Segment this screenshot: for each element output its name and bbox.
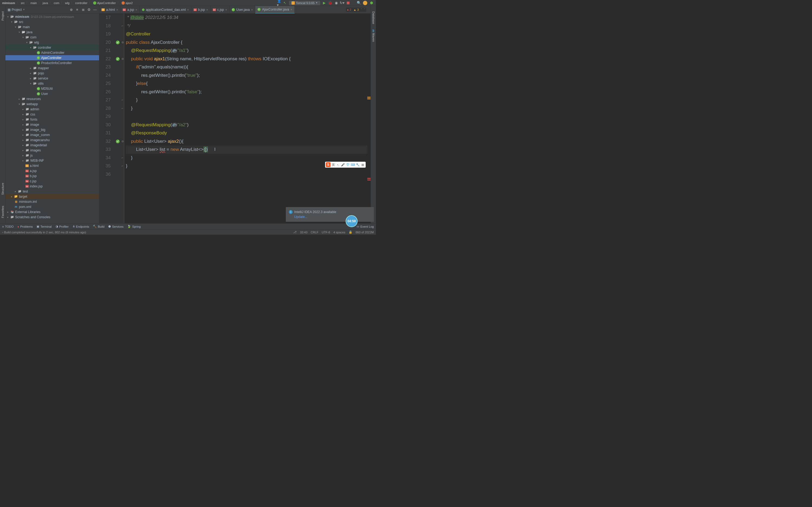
url-icon[interactable]: 🔗▾ — [172, 123, 177, 127]
tree-src[interactable]: ▾src — [5, 19, 99, 24]
tree-imagebig[interactable]: ▸image_big — [5, 127, 99, 132]
spring-tool[interactable]: 🍃 Spring — [127, 225, 141, 228]
services-tool[interactable]: ⬣ Services — [108, 225, 123, 228]
url-icon[interactable]: 🔗▾ — [172, 49, 177, 53]
update-link[interactable]: Update... — [294, 215, 371, 219]
close-icon[interactable]: × — [116, 8, 118, 11]
structure-tool-button[interactable]: Structure — [1, 183, 4, 195]
close-icon[interactable]: × — [225, 8, 227, 11]
crumb-java[interactable]: java — [41, 1, 49, 5]
tree-iml[interactable]: ▦mimissm.iml — [5, 199, 99, 204]
tree-ajaxctrl[interactable]: AjaxController — [5, 55, 99, 60]
crumb-project[interactable]: mimissm — [1, 1, 16, 5]
close-icon[interactable]: × — [187, 8, 189, 11]
prev-highlight-icon[interactable]: ˆ — [361, 8, 362, 11]
tree-com[interactable]: ▾com — [5, 35, 99, 40]
tab-appcontext[interactable]: ⬢applicationContext_dao.xml× — [140, 6, 191, 13]
tree-pojo[interactable]: ▸pojo — [5, 70, 99, 76]
tree-java[interactable]: ▾java — [5, 30, 99, 35]
tree-bjsp[interactable]: jspb.jsp — [5, 173, 99, 178]
ime-grid-icon[interactable]: ▦ — [361, 162, 365, 167]
tree-imagedetail[interactable]: ▸imagedetail — [5, 143, 99, 148]
crumb-wlg[interactable]: wlg — [64, 1, 71, 5]
timer-badge[interactable]: 04:59 — [346, 215, 358, 227]
tree-indexjsp[interactable]: jspindex.jsp — [5, 184, 99, 189]
tree-target[interactable]: ▸target — [5, 194, 99, 199]
code-editor[interactable]: 1718192021222324252627282930313233343536… — [99, 13, 370, 223]
database-tool-button[interactable]: Database — [372, 11, 375, 24]
todo-tool[interactable]: ≡ TODO — [2, 225, 13, 228]
spring-nav-icon[interactable] — [115, 57, 120, 61]
next-highlight-icon[interactable]: ˇ — [364, 8, 365, 11]
ime-punct-icon[interactable]: •, — [336, 162, 340, 167]
terminal-tool[interactable]: ▣ Terminal — [37, 225, 52, 228]
problems-tool[interactable]: ● Problems — [17, 225, 33, 228]
encoding[interactable]: UTF-8 — [322, 231, 330, 234]
build-tool[interactable]: 🔨 Build — [93, 225, 104, 228]
ime-logo-icon[interactable]: S — [326, 162, 331, 167]
favorites-tool-button[interactable]: Favorites — [1, 206, 4, 218]
tree-imagecomm[interactable]: ▸image_comm — [5, 132, 99, 137]
tree-extlib[interactable]: ▸External Libraries — [5, 209, 99, 214]
tree-utils[interactable]: ▾utils — [5, 81, 99, 86]
crumb-main[interactable]: main — [29, 1, 38, 5]
tab-ajaxcontroller[interactable]: AjaxController.java× — [255, 6, 295, 13]
tree-css[interactable]: ▸css — [5, 112, 99, 117]
event-log-tool[interactable]: ▭ Event Log — [356, 225, 374, 228]
cursor-position[interactable]: 33:43 — [300, 231, 307, 234]
ime-skin-icon[interactable]: 👕 — [346, 162, 350, 167]
crumb-com[interactable]: com — [52, 1, 60, 5]
tree-adminctrl[interactable]: AdminController — [5, 50, 99, 55]
tree-main[interactable]: ▾main — [5, 24, 99, 30]
tree-webinf[interactable]: ▸WEB-INF — [5, 158, 99, 163]
tree-js[interactable]: ▸js — [5, 153, 99, 158]
tree-fonts[interactable]: ▸fonts — [5, 117, 99, 122]
ime-toolbar[interactable]: S 英 •, 🎤 👕 ⌨ 🔧 ▦ — [325, 162, 366, 168]
ime-lang[interactable]: 英 — [331, 162, 335, 167]
project-tool-button[interactable]: Project — [1, 11, 4, 20]
tab-user[interactable]: User.java× — [230, 6, 255, 13]
tree-pom[interactable]: mpom.xml — [5, 204, 99, 209]
hide-icon[interactable]: — — [93, 8, 97, 12]
stop-button[interactable] — [346, 1, 350, 5]
tree-admin[interactable]: ▸admin — [5, 107, 99, 112]
user-icon[interactable]: 👤▾ — [277, 1, 281, 5]
spring-nav-icon[interactable] — [115, 40, 120, 45]
profiler-tool[interactable]: ◑ Profiler — [55, 225, 69, 228]
close-icon[interactable]: × — [206, 8, 208, 11]
close-icon[interactable]: × — [135, 8, 137, 11]
tree-ajsp[interactable]: jspa.jsp — [5, 168, 99, 173]
tree-resources[interactable]: ▸resources — [5, 96, 99, 101]
ime-keyboard-icon[interactable]: ⌨ — [351, 162, 355, 167]
panel-settings-icon[interactable]: ⚙ — [87, 8, 91, 12]
tree-controller[interactable]: ▾controller — [5, 45, 99, 50]
crumb-src[interactable]: src — [20, 1, 26, 5]
tree-webapp[interactable]: ▾webapp — [5, 101, 99, 107]
tree-ahtml[interactable]: Ha.html — [5, 163, 99, 168]
avatar-icon[interactable] — [363, 1, 367, 5]
tree-user[interactable]: User — [5, 91, 99, 96]
search-icon[interactable]: 🔍 — [357, 1, 361, 5]
tab-ajsp[interactable]: jspa.jsp× — [120, 6, 140, 13]
back-icon[interactable]: ↖ — [283, 1, 287, 5]
tree-prodctrl[interactable]: ProductInfoController — [5, 60, 99, 65]
maven-tool-button[interactable]: m Maven — [372, 30, 375, 42]
ime-voice-icon[interactable]: 🎤 — [341, 162, 345, 167]
tree-scratches[interactable]: ▸Scratches and Consoles — [5, 214, 99, 220]
close-icon[interactable]: × — [291, 8, 292, 11]
memory[interactable]: 860 of 2022M — [356, 231, 374, 234]
project-tree[interactable]: ▾mimissmD:\22-23-1\ssm-prj-one\mimissm ▾… — [5, 13, 99, 223]
code-content[interactable]: * @date 2022/12/5 16:34 */ @Controller p… — [124, 13, 370, 223]
tab-bjsp[interactable]: jspb.jsp× — [191, 6, 211, 13]
inspection-widget[interactable]: ● 2 ▲ 3 ˆ ˇ — [346, 8, 366, 12]
tree-root[interactable]: ▾mimissmD:\22-23-1\ssm-prj-one\mimissm — [5, 14, 99, 19]
git-icon[interactable]: ⎇ — [293, 230, 297, 234]
tree-image[interactable]: ▸image — [5, 122, 99, 127]
locate-icon[interactable]: ⊕ — [69, 8, 73, 12]
tab-cjsp[interactable]: jspc.jsp× — [211, 6, 230, 13]
tree-imagecanshu[interactable]: ▸imagecanshu — [5, 137, 99, 143]
ime-tool-icon[interactable]: 🔧 — [356, 162, 360, 167]
endpoints-tool[interactable]: ⋔ Endpoints — [72, 225, 89, 228]
settings-icon[interactable]: ⬢ — [369, 1, 373, 5]
project-panel-title[interactable]: ▦ Project ▼ — [8, 8, 25, 12]
